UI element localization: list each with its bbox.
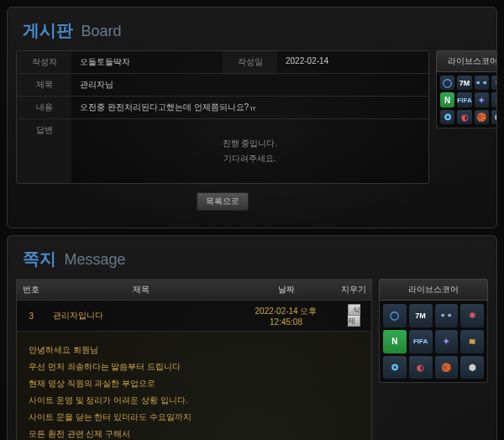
livescore-title: 라이브스코어 <box>436 50 497 72</box>
cell-no: 3 <box>17 301 46 332</box>
score-icon-10[interactable]: ◐ <box>409 356 433 380</box>
board-title-kr: 게시판 <box>23 21 73 39</box>
score-icon-2[interactable]: 7M <box>409 304 433 327</box>
livescore-title: 라이브스코어 <box>379 279 488 301</box>
author-label: 작성자 <box>17 51 71 73</box>
body-line: 안녕하세요 회원님 <box>29 342 360 359</box>
reply-label: 답변 <box>17 119 71 183</box>
th-date: 날짜 <box>236 280 337 301</box>
score-icon-8[interactable]: ≋ <box>491 92 497 107</box>
score-icon-3[interactable]: ⚬⚬ <box>435 304 459 327</box>
score-icon-6[interactable]: FIFA <box>409 330 433 354</box>
subject-value: 관리자님 <box>71 74 428 96</box>
score-icon-11[interactable]: 🏀 <box>435 356 459 380</box>
table-row[interactable]: 3 관리자입니다 2022-02-14 오후 12:45:08 삭제 <box>17 301 372 332</box>
author-value: 오돌토돌딱자 <box>71 51 223 73</box>
score-icon-3[interactable]: ⚬⚬ <box>475 76 489 90</box>
reply-line2: 기다려주세요. <box>88 151 412 166</box>
score-icon-5[interactable]: N <box>383 330 407 354</box>
message-table: 번호 제목 날짜 지우기 3 관리자입니다 2022-02-14 오후 12:4… <box>16 279 372 440</box>
score-icon-1[interactable]: ◯ <box>383 304 407 327</box>
score-icon-9[interactable]: ✪ <box>383 356 407 380</box>
reply-body: 진행 중입니다. 기다려주세요. <box>71 119 428 183</box>
livescore-grid: ◯ 7M ⚬⚬ ⚛ N FIFA ✦ ≋ ✪ ◐ 🏀 ⬢ <box>436 72 497 128</box>
th-no: 번호 <box>17 280 46 301</box>
message-title-en: Message <box>65 251 126 268</box>
score-icon-5[interactable]: N <box>440 92 454 107</box>
score-icon-11[interactable]: 🏀 <box>475 110 489 124</box>
expanded-message: 안녕하세요 회원님 우선 먼저 죄송하다는 말씀부터 드립니다 현재 영상 직원… <box>17 332 372 441</box>
body-line: 사이트 문을 닫는 한터 있더라도 수요일까지 <box>29 409 360 426</box>
delete-button[interactable]: 삭제 <box>348 304 360 327</box>
body-line: 현재 영상 직원의 과실한 부업으로 <box>29 375 360 392</box>
message-panel: 쪽지 Message 번호 제목 날짜 지우기 3 관리자입니다 2 <box>7 235 497 440</box>
score-icon-2[interactable]: 7M <box>457 76 471 90</box>
score-icon-9[interactable]: ✪ <box>440 110 454 124</box>
message-body: 안녕하세요 회원님 우선 먼저 죄송하다는 말씀부터 드립니다 현재 영상 직원… <box>29 342 360 440</box>
board-title-en: Board <box>81 23 122 39</box>
post-detail-box: 작성자 오돌토돌딱자 작성일 2022-02-14 제목 관리자님 내용 오전중… <box>16 50 429 184</box>
body-line: 모든 환전 관련 신제 구해서 <box>29 426 360 440</box>
score-icon-7[interactable]: ✦ <box>435 330 459 354</box>
regdate-value: 2022-02-14 <box>277 51 428 73</box>
board-panel: 게시판 Board 작성자 오돌토돌딱자 작성일 2022-02-14 제목 관… <box>7 7 497 228</box>
content-value: 오전중 완전처리된다고했는데 언제쯤되나요?ㅠ <box>71 97 428 118</box>
body-line: 사이트 운영 및 정리가 어려운 상황 입니다. <box>29 392 360 409</box>
th-subject: 제목 <box>46 280 236 301</box>
score-icon-6[interactable]: FIFA <box>457 92 471 107</box>
score-icon-10[interactable]: ◐ <box>457 110 471 124</box>
subject-label: 제목 <box>17 74 71 96</box>
score-icon-4[interactable]: ⚛ <box>460 304 484 327</box>
board-title: 게시판 Board <box>16 16 488 50</box>
reply-line1: 진행 중입니다. <box>88 136 412 151</box>
score-icon-4[interactable]: ⚛ <box>491 76 497 90</box>
score-icon-1[interactable]: ◯ <box>440 76 454 90</box>
message-title-kr: 쪽지 <box>23 249 56 268</box>
score-icon-12[interactable]: ⬢ <box>491 110 497 124</box>
score-icon-7[interactable]: ✦ <box>475 92 489 107</box>
score-icon-8[interactable]: ≋ <box>460 330 484 354</box>
regdate-label: 작성일 <box>223 51 277 73</box>
th-delete: 지우기 <box>337 280 372 301</box>
livescore-grid: ◯ 7M ⚬⚬ ⚛ N FIFA ✦ ≋ ✪ ◐ 🏀 ⬢ <box>379 301 488 383</box>
list-button[interactable]: 목록으로 <box>197 192 249 211</box>
cell-date: 2022-02-14 오후 12:45:08 <box>236 301 337 332</box>
content-label: 내용 <box>17 97 71 118</box>
score-icon-12[interactable]: ⬢ <box>460 356 484 380</box>
message-title: 쪽지 Message <box>16 244 488 279</box>
body-line: 우선 먼저 죄송하다는 말씀부터 드립니다 <box>29 359 360 375</box>
cell-subject: 관리자입니다 <box>46 301 236 332</box>
